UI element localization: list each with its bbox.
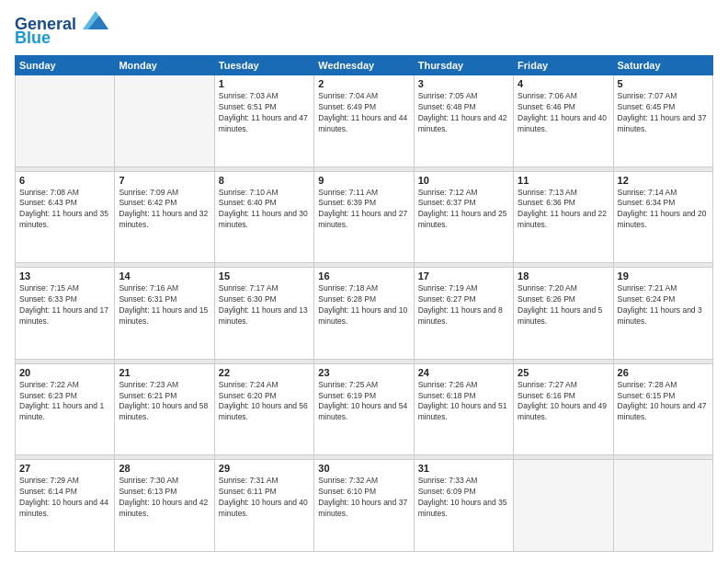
day-number: 25 xyxy=(518,367,609,378)
day-info: Sunrise: 7:21 AMSunset: 6:24 PMDaylight:… xyxy=(618,283,709,327)
day-cell: 30Sunrise: 7:32 AMSunset: 6:10 PMDayligh… xyxy=(314,460,414,552)
day-cell: 24Sunrise: 7:26 AMSunset: 6:18 PMDayligh… xyxy=(414,363,513,455)
day-number: 24 xyxy=(418,367,509,378)
day-info: Sunrise: 7:14 AMSunset: 6:34 PMDaylight:… xyxy=(618,188,709,232)
day-number: 14 xyxy=(119,270,210,282)
day-info: Sunrise: 7:30 AMSunset: 6:13 PMDaylight:… xyxy=(119,476,210,520)
day-info: Sunrise: 7:29 AMSunset: 6:14 PMDaylight:… xyxy=(19,476,110,520)
col-header-thursday: Thursday xyxy=(414,56,513,75)
day-info: Sunrise: 7:33 AMSunset: 6:09 PMDaylight:… xyxy=(418,476,509,520)
day-number: 7 xyxy=(119,175,210,186)
col-header-sunday: Sunday xyxy=(16,56,115,75)
day-cell: 18Sunrise: 7:20 AMSunset: 6:26 PMDayligh… xyxy=(514,268,613,360)
col-header-monday: Monday xyxy=(115,56,214,75)
day-info: Sunrise: 7:18 AMSunset: 6:28 PMDaylight:… xyxy=(318,283,409,327)
day-cell xyxy=(115,75,214,167)
day-cell: 22Sunrise: 7:24 AMSunset: 6:20 PMDayligh… xyxy=(214,363,313,455)
day-number: 18 xyxy=(518,270,609,282)
day-number: 3 xyxy=(418,78,509,89)
day-number: 21 xyxy=(119,367,210,378)
day-number: 30 xyxy=(318,463,409,474)
day-cell: 26Sunrise: 7:28 AMSunset: 6:15 PMDayligh… xyxy=(613,363,712,455)
day-cell: 31Sunrise: 7:33 AMSunset: 6:09 PMDayligh… xyxy=(414,460,513,552)
day-number: 8 xyxy=(219,175,310,186)
day-cell: 3Sunrise: 7:05 AMSunset: 6:48 PMDaylight… xyxy=(414,75,513,167)
day-info: Sunrise: 7:13 AMSunset: 6:36 PMDaylight:… xyxy=(518,188,609,232)
day-cell: 10Sunrise: 7:12 AMSunset: 6:37 PMDayligh… xyxy=(414,171,513,263)
day-cell: 9Sunrise: 7:11 AMSunset: 6:39 PMDaylight… xyxy=(314,171,414,263)
day-number: 5 xyxy=(618,78,709,89)
day-info: Sunrise: 7:24 AMSunset: 6:20 PMDaylight:… xyxy=(219,380,310,424)
day-number: 26 xyxy=(618,367,709,378)
day-cell: 23Sunrise: 7:25 AMSunset: 6:19 PMDayligh… xyxy=(314,363,414,455)
day-cell xyxy=(514,460,613,552)
day-number: 27 xyxy=(19,463,110,474)
day-number: 17 xyxy=(418,270,509,282)
week-row-1: 1Sunrise: 7:03 AMSunset: 6:51 PMDaylight… xyxy=(16,75,713,167)
day-info: Sunrise: 7:06 AMSunset: 6:46 PMDaylight:… xyxy=(518,91,609,135)
day-cell: 1Sunrise: 7:03 AMSunset: 6:51 PMDaylight… xyxy=(214,75,313,167)
day-info: Sunrise: 7:17 AMSunset: 6:30 PMDaylight:… xyxy=(219,283,310,327)
week-row-4: 20Sunrise: 7:22 AMSunset: 6:23 PMDayligh… xyxy=(16,363,713,455)
day-number: 22 xyxy=(219,367,310,378)
calendar-header-row: SundayMondayTuesdayWednesdayThursdayFrid… xyxy=(16,56,713,75)
day-number: 6 xyxy=(19,175,110,186)
day-info: Sunrise: 7:32 AMSunset: 6:10 PMDaylight:… xyxy=(318,476,409,520)
day-cell: 6Sunrise: 7:08 AMSunset: 6:43 PMDaylight… xyxy=(16,171,115,263)
col-header-friday: Friday xyxy=(514,56,613,75)
day-cell: 21Sunrise: 7:23 AMSunset: 6:21 PMDayligh… xyxy=(115,363,214,455)
logo-icon xyxy=(83,11,108,29)
day-number: 12 xyxy=(618,175,709,186)
col-header-tuesday: Tuesday xyxy=(214,56,313,75)
day-info: Sunrise: 7:28 AMSunset: 6:15 PMDaylight:… xyxy=(618,380,709,424)
day-info: Sunrise: 7:11 AMSunset: 6:39 PMDaylight:… xyxy=(318,188,409,232)
day-number: 1 xyxy=(219,78,310,89)
day-info: Sunrise: 7:25 AMSunset: 6:19 PMDaylight:… xyxy=(318,380,409,424)
day-cell: 2Sunrise: 7:04 AMSunset: 6:49 PMDaylight… xyxy=(314,75,414,167)
day-cell: 8Sunrise: 7:10 AMSunset: 6:40 PMDaylight… xyxy=(214,171,313,263)
day-number: 16 xyxy=(318,270,409,282)
day-cell: 25Sunrise: 7:27 AMSunset: 6:16 PMDayligh… xyxy=(514,363,613,455)
day-number: 10 xyxy=(418,175,509,186)
day-number: 9 xyxy=(318,175,409,186)
col-header-saturday: Saturday xyxy=(613,56,712,75)
day-cell: 4Sunrise: 7:06 AMSunset: 6:46 PMDaylight… xyxy=(514,75,613,167)
day-info: Sunrise: 7:03 AMSunset: 6:51 PMDaylight:… xyxy=(219,91,310,135)
day-cell: 29Sunrise: 7:31 AMSunset: 6:11 PMDayligh… xyxy=(214,460,313,552)
day-info: Sunrise: 7:27 AMSunset: 6:16 PMDaylight:… xyxy=(518,380,609,424)
day-cell: 7Sunrise: 7:09 AMSunset: 6:42 PMDaylight… xyxy=(115,171,214,263)
day-info: Sunrise: 7:04 AMSunset: 6:49 PMDaylight:… xyxy=(318,91,409,135)
day-number: 23 xyxy=(318,367,409,378)
day-info: Sunrise: 7:07 AMSunset: 6:45 PMDaylight:… xyxy=(618,91,709,135)
day-cell: 15Sunrise: 7:17 AMSunset: 6:30 PMDayligh… xyxy=(214,268,313,360)
day-cell: 27Sunrise: 7:29 AMSunset: 6:14 PMDayligh… xyxy=(16,460,115,552)
day-info: Sunrise: 7:09 AMSunset: 6:42 PMDaylight:… xyxy=(119,188,210,232)
day-info: Sunrise: 7:26 AMSunset: 6:18 PMDaylight:… xyxy=(418,380,509,424)
day-cell xyxy=(16,75,115,167)
day-cell: 5Sunrise: 7:07 AMSunset: 6:45 PMDaylight… xyxy=(613,75,712,167)
day-info: Sunrise: 7:12 AMSunset: 6:37 PMDaylight:… xyxy=(418,188,509,232)
day-number: 29 xyxy=(219,463,310,474)
day-cell: 16Sunrise: 7:18 AMSunset: 6:28 PMDayligh… xyxy=(314,268,414,360)
day-number: 28 xyxy=(119,463,210,474)
day-info: Sunrise: 7:15 AMSunset: 6:33 PMDaylight:… xyxy=(19,283,110,327)
header: General Blue xyxy=(15,11,713,48)
col-header-wednesday: Wednesday xyxy=(314,56,414,75)
day-cell xyxy=(613,460,712,552)
day-info: Sunrise: 7:31 AMSunset: 6:11 PMDaylight:… xyxy=(219,476,310,520)
week-row-2: 6Sunrise: 7:08 AMSunset: 6:43 PMDaylight… xyxy=(16,171,713,263)
logo: General Blue xyxy=(15,11,108,48)
day-number: 13 xyxy=(19,270,110,282)
day-cell: 14Sunrise: 7:16 AMSunset: 6:31 PMDayligh… xyxy=(115,268,214,360)
day-number: 31 xyxy=(418,463,509,474)
day-info: Sunrise: 7:23 AMSunset: 6:21 PMDaylight:… xyxy=(119,380,210,424)
day-info: Sunrise: 7:16 AMSunset: 6:31 PMDaylight:… xyxy=(119,283,210,327)
day-number: 11 xyxy=(518,175,609,186)
page: General Blue SundayMondayTuesdayWednesda… xyxy=(0,0,728,563)
day-number: 19 xyxy=(618,270,709,282)
day-info: Sunrise: 7:22 AMSunset: 6:23 PMDaylight:… xyxy=(19,380,110,424)
day-info: Sunrise: 7:20 AMSunset: 6:26 PMDaylight:… xyxy=(518,283,609,327)
week-row-3: 13Sunrise: 7:15 AMSunset: 6:33 PMDayligh… xyxy=(16,268,713,360)
day-info: Sunrise: 7:05 AMSunset: 6:48 PMDaylight:… xyxy=(418,91,509,135)
day-cell: 11Sunrise: 7:13 AMSunset: 6:36 PMDayligh… xyxy=(514,171,613,263)
